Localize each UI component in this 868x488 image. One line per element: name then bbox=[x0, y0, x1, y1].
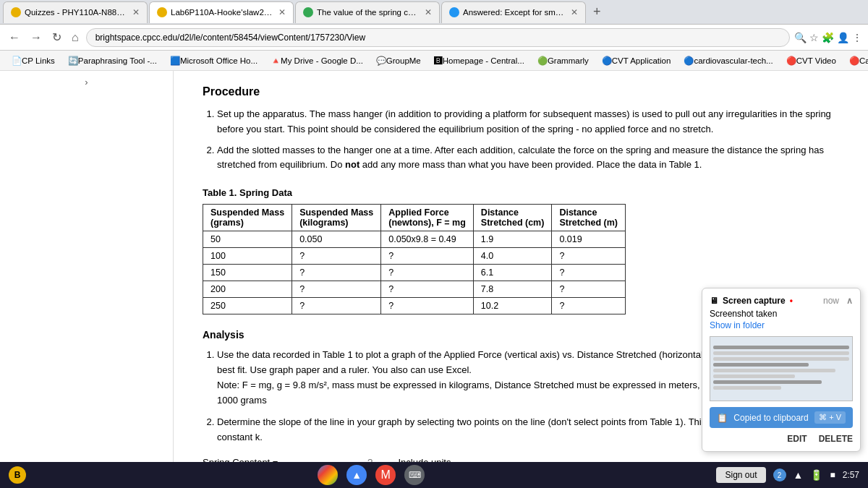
bookmark-cardio-tech[interactable]: 🔵 cardiovascular-tech... bbox=[678, 54, 778, 67]
table-row: 100??4.0? bbox=[203, 248, 626, 265]
tab-close-quizzes[interactable]: ✕ bbox=[132, 7, 140, 17]
tab-favicon-lab6 bbox=[157, 7, 167, 17]
table-row: 500.0500.050x9.8 = 0.491.90.019 bbox=[203, 231, 626, 248]
bookmark-cvt-app[interactable]: 🔵 CVT Application bbox=[596, 54, 677, 67]
edit-button[interactable]: EDIT bbox=[787, 434, 807, 444]
bookmark-drive[interactable]: 🔺 My Drive - Google D... bbox=[265, 54, 369, 67]
notification-dot: • bbox=[790, 296, 793, 306]
bookmark-star-btn[interactable]: ☆ bbox=[809, 32, 819, 43]
tab-close-lab6[interactable]: ✕ bbox=[278, 7, 286, 17]
url-input[interactable] bbox=[86, 28, 790, 47]
sidebar-toggle[interactable]: › bbox=[0, 71, 173, 93]
forward-button[interactable]: → bbox=[27, 28, 45, 47]
taskbar-center: ▲ M ⌨ bbox=[318, 465, 425, 485]
cell-dist_cm-0: 1.9 bbox=[473, 231, 552, 248]
menu-btn[interactable]: ⋮ bbox=[852, 32, 862, 43]
notification-panel: 🖥 Screen capture • now ∧ Screenshot take… bbox=[702, 288, 861, 452]
gmail-icon[interactable]: M bbox=[375, 465, 396, 485]
maps-icon[interactable]: ▲ bbox=[346, 465, 367, 485]
bookmark-homepage-icon: 🅱 bbox=[434, 56, 443, 65]
bookmark-drive-icon: 🔺 bbox=[271, 56, 281, 66]
notification-badge[interactable]: 2 bbox=[773, 468, 786, 481]
bookmark-microsoft-icon: 🟦 bbox=[170, 56, 180, 66]
screen-capture-icon: 🖥 bbox=[710, 296, 718, 306]
cell-dist_cm-2: 6.1 bbox=[473, 265, 552, 281]
cell-kg-0: 0.050 bbox=[292, 231, 381, 248]
bookmark-groupme[interactable]: 💬 GroupMe bbox=[370, 54, 427, 67]
cell-kg-4: ? bbox=[292, 298, 381, 314]
bookmark-cp-links-label: CP Links bbox=[22, 56, 55, 65]
bookmark-cvt-video-label: CVT Video bbox=[796, 56, 836, 65]
tab-bar: Quizzes - PHY110A-N885: Conce ✕ Lab6P110… bbox=[0, 0, 868, 25]
chevron-right-icon: › bbox=[85, 77, 88, 87]
chrome-os-button[interactable]: B bbox=[9, 466, 26, 484]
notification-actions: EDIT DELETE bbox=[710, 434, 853, 444]
tab-close-answered[interactable]: ✕ bbox=[571, 7, 578, 17]
bookmark-microsoft[interactable]: 🟦 Microsoft Office Ho... bbox=[164, 54, 263, 67]
clipboard-icon: 📋 bbox=[717, 413, 728, 423]
home-button[interactable]: ⌂ bbox=[69, 28, 82, 47]
sidebar: › bbox=[0, 71, 174, 488]
chrome-icon[interactable] bbox=[318, 465, 338, 485]
tab-lab6[interactable]: Lab6P110A-Hooke'slaw2 - PHY ✕ bbox=[149, 1, 294, 23]
cell-dist_cm-1: 4.0 bbox=[473, 248, 552, 265]
bookmark-paraphrasing-label: Paraphrasing Tool -... bbox=[78, 56, 157, 65]
taskbar-right: Sign out 2 ▲ 🔋 ■ 2:57 bbox=[716, 467, 859, 483]
procedure-step-2: Add the slotted masses to the hanger one… bbox=[217, 143, 839, 174]
cell-dist_m-4: ? bbox=[552, 298, 626, 314]
sign-out-button[interactable]: Sign out bbox=[716, 467, 765, 483]
cell-force-2: ? bbox=[381, 265, 474, 281]
col-header-grams: Suspended Mass(grams) bbox=[203, 205, 292, 231]
cell-force-4: ? bbox=[381, 298, 474, 314]
profile-btn[interactable]: 👤 bbox=[837, 32, 849, 43]
address-bar: ← → ↻ ⌂ 🔍 ☆ 🧩 👤 ⋮ bbox=[0, 25, 868, 51]
procedure-steps: Set up the apparatus. The mass hanger (i… bbox=[203, 107, 839, 173]
bookmark-grammarly-label: Grammarly bbox=[548, 56, 589, 65]
bookmark-paraphrasing[interactable]: 🔄 Paraphrasing Tool -... bbox=[62, 54, 163, 67]
bookmark-cardio-tec2-label: Cardiovascular Tec... bbox=[859, 56, 868, 65]
screenshot-thumbnail bbox=[710, 336, 853, 401]
cell-grams-4: 250 bbox=[203, 298, 292, 314]
extensions-btn[interactable]: 🧩 bbox=[822, 32, 834, 43]
tab-close-spring[interactable]: ✕ bbox=[425, 7, 432, 17]
tab-favicon-quizzes bbox=[11, 7, 21, 17]
col-header-force: Applied Force(newtons), F = mg bbox=[381, 205, 474, 231]
bookmark-cardio-tech-icon: 🔵 bbox=[684, 56, 694, 66]
clipboard-shortcut: ⌘ + V bbox=[814, 411, 846, 424]
search-icon-btn[interactable]: 🔍 bbox=[794, 32, 807, 43]
tab-label-quizzes: Quizzes - PHY110A-N885: Conce bbox=[25, 8, 128, 17]
bookmark-cardio-tec2[interactable]: 🔴 Cardiovascular Tec... bbox=[843, 54, 868, 67]
bookmark-groupme-icon: 💬 bbox=[376, 56, 386, 66]
col-header-dist-m: DistanceStretched (m) bbox=[552, 205, 626, 231]
tab-quizzes[interactable]: Quizzes - PHY110A-N885: Conce ✕ bbox=[3, 1, 148, 23]
bookmark-cardio-tech-label: cardiovascular-tech... bbox=[694, 56, 773, 65]
bookmark-homepage-label: Homepage - Central... bbox=[443, 56, 524, 65]
bookmark-cp-links[interactable]: 📄 CP Links bbox=[6, 54, 61, 67]
battery-icon: 🔋 bbox=[810, 469, 822, 481]
reload-button[interactable]: ↻ bbox=[49, 27, 64, 47]
bookmark-grammarly[interactable]: 🟢 Grammarly bbox=[532, 54, 595, 67]
tab-spring[interactable]: The value of the spring constant ✕ bbox=[295, 1, 440, 23]
taskbar-left: B bbox=[9, 466, 26, 484]
taskbar-time: 2:57 bbox=[843, 470, 859, 480]
keyboard-icon[interactable]: ⌨ bbox=[404, 465, 425, 485]
bookmark-cp-links-icon: 📄 bbox=[12, 56, 22, 66]
cell-force-3: ? bbox=[381, 281, 474, 298]
delete-button[interactable]: DELETE bbox=[819, 434, 853, 444]
back-button[interactable]: ← bbox=[6, 28, 23, 47]
bookmark-cvt-app-icon: 🔵 bbox=[602, 56, 612, 66]
notification-collapse-icon[interactable]: ∧ bbox=[846, 296, 853, 306]
cell-kg-1: ? bbox=[292, 248, 381, 265]
table-title: Table 1. Spring Data bbox=[203, 187, 839, 198]
show-in-folder-link[interactable]: Show in folder bbox=[710, 320, 765, 330]
bookmarks-bar: 📄 CP Links 🔄 Paraphrasing Tool -... 🟦 Mi… bbox=[0, 51, 868, 71]
tab-answered[interactable]: Answered: Except for small chan ✕ bbox=[441, 1, 586, 23]
bookmark-homepage[interactable]: 🅱 Homepage - Central... bbox=[428, 55, 530, 67]
cell-dist_cm-3: 7.8 bbox=[473, 281, 552, 298]
table-row: 250??10.2? bbox=[203, 298, 626, 314]
tab-label-spring: The value of the spring constant bbox=[317, 8, 420, 17]
status-indicator: ■ bbox=[830, 470, 835, 480]
new-tab-button[interactable]: + bbox=[587, 4, 607, 20]
bookmark-cvt-video[interactable]: 🔴 CVT Video bbox=[780, 54, 842, 67]
clipboard-text: Copied to clipboard bbox=[733, 413, 808, 423]
